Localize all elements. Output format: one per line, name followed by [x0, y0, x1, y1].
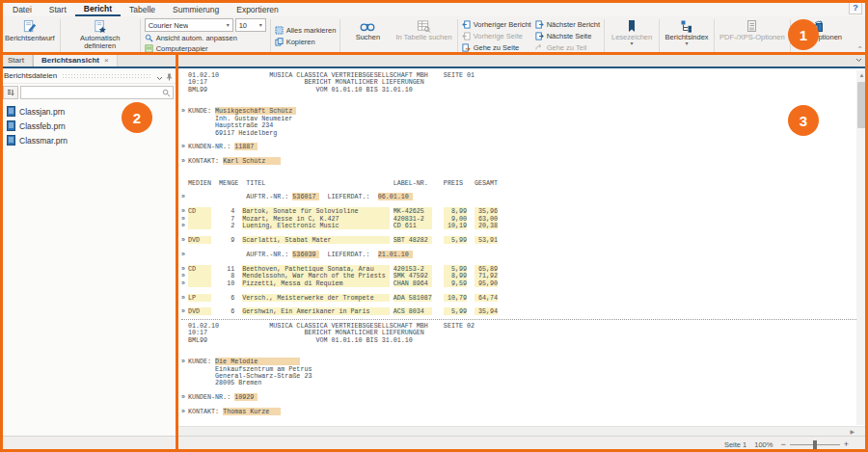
gehe-zu-seite-button[interactable]: Gehe zu Seite: [462, 42, 531, 53]
bookmark-icon: [626, 19, 637, 33]
report-file-icon: [7, 106, 15, 117]
ribbon-tab-bericht[interactable]: Bericht: [75, 2, 121, 16]
font-size-select[interactable]: 10 ▾: [235, 18, 266, 32]
line-gutter: [181, 244, 188, 251]
suchen-button[interactable]: Suchen: [342, 17, 393, 54]
line-marker[interactable]: »: [181, 294, 188, 301]
line-marker[interactable]: »: [181, 157, 188, 164]
ansicht-anpassen-button[interactable]: Ansicht autom. anpassen: [145, 33, 266, 42]
line-gutter: [181, 301, 188, 307]
vertical-scrollbar-thumb[interactable]: [857, 82, 866, 128]
line-marker[interactable]: »: [181, 143, 188, 149]
line-gutter: [181, 136, 188, 143]
line-marker[interactable]: »: [181, 193, 188, 199]
search-icon: [162, 89, 171, 97]
lesezeichen-button[interactable]: Lesezeichen ▾: [607, 17, 657, 54]
report-line: MEDIEN MENGE TITEL LABEL-NR. PREIS GESAM…: [181, 179, 856, 186]
report-line: [181, 351, 856, 358]
tab-berichtsansicht[interactable]: Berichtsansicht ×: [33, 53, 118, 66]
ribbon-tab-exportieren[interactable]: Exportieren: [228, 3, 286, 16]
vorheriger-bericht-button[interactable]: Vorheriger Bericht: [462, 19, 531, 30]
line-marker[interactable]: »: [181, 265, 188, 272]
help-icon[interactable]: ?: [849, 2, 862, 14]
scroll-right-icon[interactable]: ▶: [850, 428, 854, 436]
report-file-name: Classmar.prn: [19, 136, 68, 146]
line-gutter: [181, 86, 188, 93]
vertical-scrollbar[interactable]: ▲: [856, 70, 867, 425]
report-line: » AUFTR.-NR.: 536017 LIEFERDAT.: 06.01.1…: [181, 193, 856, 199]
pin-icon[interactable]: [166, 67, 173, 85]
report-file-item[interactable]: Classfeb.prn: [0, 119, 176, 133]
page-indicator: Seite 1: [724, 440, 746, 449]
berichtsentwurf-button[interactable]: Berichtsentwurf: [2, 17, 58, 54]
highlighted-cell: LP: [188, 294, 211, 302]
ribbon-tab-summierung[interactable]: Summierung: [164, 3, 228, 16]
line-marker[interactable]: »: [181, 215, 188, 222]
pdf-xps-optionen-button[interactable]: PDF-/XPS-Optionen: [717, 17, 788, 54]
teile-optionen-button[interactable]: Teile-Optionen: [793, 17, 845, 54]
line-gutter: [181, 115, 188, 121]
report-line: [181, 301, 856, 307]
highlighted-cell: 20,38: [475, 222, 498, 229]
report-file-item[interactable]: Classmar.prn: [0, 133, 176, 147]
line-marker[interactable]: »: [181, 236, 188, 243]
ribbon-tab-bar: Datei Start Bericht Tabelle Summierung E…: [0, 0, 868, 16]
computerpapier-button[interactable]: Computerpapier: [145, 43, 266, 53]
close-tab-icon[interactable]: ×: [104, 56, 109, 65]
line-marker[interactable]: »: [181, 107, 188, 114]
horizontal-scrollbar[interactable]: ▶: [177, 426, 868, 436]
file-search-input[interactable]: [21, 88, 162, 97]
ribbon-tab-datei[interactable]: Datei: [4, 3, 41, 16]
naechster-bericht-button[interactable]: Nächster Bericht: [535, 19, 600, 30]
line-marker[interactable]: »: [181, 222, 188, 228]
line-marker[interactable]: »: [181, 207, 188, 214]
gehe-zu-seite-label: Gehe zu Seite: [474, 43, 520, 52]
goto-part-icon: [535, 43, 544, 52]
line-marker[interactable]: »: [181, 279, 188, 286]
next-page-icon: [535, 32, 544, 40]
highlighted-field: 21.01.10: [378, 251, 413, 258]
ribbon-tab-tabelle[interactable]: Tabelle: [121, 3, 164, 16]
tab-start[interactable]: Start: [0, 53, 33, 66]
line-marker[interactable]: »: [181, 251, 188, 257]
tab-list-chevron-icon[interactable]: [855, 53, 862, 66]
berichtsindex-button[interactable]: Berichtsindex ▾: [662, 17, 712, 54]
line-text: Hauptstraße 234: [188, 121, 273, 128]
highlighted-cell: 35,94: [475, 307, 498, 315]
line-text: CD 11 Beethoven, Pathetique Sonata, Arau…: [188, 265, 498, 272]
line-gutter: [181, 186, 188, 193]
zoom-in-button[interactable]: +: [844, 440, 849, 449]
zoom-slider-thumb[interactable]: [813, 440, 817, 449]
line-gutter: [181, 386, 188, 393]
alles-markieren-label: Alles markieren: [286, 26, 337, 35]
chevron-down-icon[interactable]: [156, 67, 163, 85]
scroll-up-icon[interactable]: ▲: [856, 70, 867, 80]
in-tabelle-suchen-button[interactable]: In Tabelle suchen: [393, 17, 454, 54]
ribbon-separator: [659, 19, 660, 52]
line-marker[interactable]: »: [181, 272, 188, 279]
ribbon-tab-start[interactable]: Start: [41, 3, 75, 16]
alles-markieren-button[interactable]: Alles markieren: [275, 25, 337, 36]
line-marker[interactable]: »: [181, 358, 188, 364]
app-window: Datei Start Bericht Tabelle Summierung E…: [0, 0, 868, 452]
line-marker[interactable]: »: [181, 408, 188, 414]
sidebar-drag-texture: [62, 73, 151, 79]
line-gutter: [181, 329, 188, 335]
report-line: »KONTAKT: Karl Schütz: [181, 157, 856, 164]
line-gutter: [181, 129, 188, 136]
report-design-icon: [22, 19, 37, 34]
report-line: Hauptstraße 234: [181, 121, 856, 128]
naechste-seite-button[interactable]: Nächste Seite: [535, 31, 600, 41]
sort-icon[interactable]: [3, 86, 18, 99]
gehe-zu-teil-button[interactable]: Gehe zu Teil: [535, 42, 600, 53]
zoom-out-button[interactable]: −: [780, 440, 785, 449]
vorherige-seite-button[interactable]: Vorherige Seite: [462, 31, 531, 41]
automatisch-definieren-button[interactable]: Automatisch definieren: [63, 17, 138, 54]
line-marker[interactable]: »: [181, 393, 188, 400]
report-file-item[interactable]: Classjan.prn: [0, 104, 176, 119]
font-name-select[interactable]: Courier New ▾: [145, 18, 233, 32]
kopieren-button[interactable]: Kopieren: [275, 37, 337, 47]
ribbon-separator: [457, 19, 458, 52]
line-marker[interactable]: »: [181, 307, 188, 314]
zoom-slider[interactable]: [790, 444, 840, 445]
